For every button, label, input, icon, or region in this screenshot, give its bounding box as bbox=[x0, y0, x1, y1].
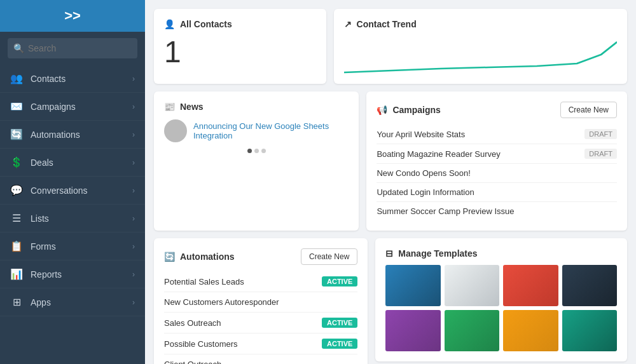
sidebar-item-conversations[interactable]: 💬 Conversations › bbox=[0, 177, 145, 205]
campaigns-title: 📢 Campaigns bbox=[377, 105, 440, 115]
contacts-count: 1 bbox=[164, 34, 316, 69]
campaigns-card: 📢 Campaigns Create New Your April Websit… bbox=[366, 91, 627, 231]
manage-templates-title: ⊟ Manage Templates bbox=[385, 248, 617, 259]
sidebar-item-forms[interactable]: 📋 Forms › bbox=[0, 233, 145, 260]
chevron-right-icon: › bbox=[132, 270, 135, 279]
sidebar-label-contacts: Contacts bbox=[31, 74, 132, 84]
campaign-list: Your April Website Stats DRAFT Boating M… bbox=[377, 125, 617, 220]
automation-name: Sales Outreach bbox=[164, 318, 221, 328]
automations-card: 🔄 Automations Create New Potential Sales… bbox=[154, 238, 368, 364]
bottom-row: 🔄 Automations Create New Potential Sales… bbox=[154, 238, 627, 364]
sidebar-label-reports: Reports bbox=[31, 269, 132, 280]
draft-badge: DRAFT bbox=[584, 129, 617, 139]
news-card: 📰 News Announcing Our New Google Sheets … bbox=[154, 91, 359, 231]
reports-icon: 📊 bbox=[10, 268, 23, 280]
person-icon: 👤 bbox=[164, 19, 175, 29]
active-badge: ACTIVE bbox=[322, 318, 357, 328]
automation-name: Possible Customers bbox=[164, 339, 238, 349]
search-icon: 🔍 bbox=[13, 43, 24, 53]
automations-create-new-button[interactable]: Create New bbox=[301, 248, 357, 265]
chevron-right-icon: › bbox=[132, 158, 135, 167]
template-thumbnail[interactable] bbox=[562, 265, 617, 306]
all-contacts-title: 👤 All Contacts bbox=[164, 19, 316, 29]
template-thumbnail[interactable] bbox=[562, 310, 617, 351]
automation-item: Client Outreach bbox=[164, 354, 357, 364]
conversations-icon: 💬 bbox=[10, 184, 23, 196]
template-thumbnail[interactable] bbox=[385, 310, 440, 351]
logo-icon: >> bbox=[64, 8, 81, 24]
active-badge: ACTIVE bbox=[322, 276, 357, 286]
template-thumbnail[interactable] bbox=[503, 310, 558, 351]
trend-icon: ↗ bbox=[344, 19, 352, 29]
automation-list: Potential Sales Leads ACTIVE New Custome… bbox=[164, 271, 357, 364]
dot-1[interactable] bbox=[247, 149, 252, 153]
megaphone-icon: 📢 bbox=[377, 105, 387, 115]
campaigns-header: 📢 Campaigns Create New bbox=[377, 102, 617, 118]
automations-header: 🔄 Automations Create New bbox=[164, 248, 357, 265]
right-column: ⊟ Manage Templates 👥 bbox=[375, 238, 627, 364]
campaign-name: Your April Website Stats bbox=[377, 130, 465, 139]
mid-row: 📰 News Announcing Our New Google Sheets … bbox=[154, 91, 627, 231]
sidebar-label-campaigns: Campaigns bbox=[31, 102, 132, 112]
campaign-item: New Condo Opens Soon! bbox=[377, 164, 617, 183]
all-contacts-card: 👤 All Contacts 1 bbox=[154, 9, 326, 84]
campaign-item: Your April Website Stats DRAFT bbox=[377, 125, 617, 144]
chevron-right-icon: › bbox=[132, 242, 135, 251]
sidebar-item-deals[interactable]: 💲 Deals › bbox=[0, 149, 145, 177]
automations-icon: 🔄 bbox=[10, 128, 23, 140]
sidebar-item-campaigns[interactable]: ✉️ Campaigns › bbox=[0, 93, 145, 121]
sidebar-item-apps[interactable]: ⊞ Apps › bbox=[0, 288, 145, 316]
sidebar-search-wrapper: 🔍 bbox=[0, 32, 145, 65]
template-thumbnail[interactable] bbox=[385, 265, 440, 306]
automation-name: Potential Sales Leads bbox=[164, 277, 244, 286]
apps-icon: ⊞ bbox=[10, 296, 23, 308]
sidebar-item-reports[interactable]: 📊 Reports › bbox=[0, 260, 145, 288]
sidebar-item-lists[interactable]: ☰ Lists › bbox=[0, 205, 145, 233]
news-title: 📰 News bbox=[164, 102, 349, 112]
chevron-right-icon: › bbox=[132, 102, 135, 111]
dot-2[interactable] bbox=[254, 149, 259, 153]
campaign-name: Boating Magazine Reader Survey bbox=[377, 149, 500, 159]
campaign-item: Summer Soccer Camp Preview Issue bbox=[377, 202, 617, 220]
automation-name: New Customers Autoresponder bbox=[164, 297, 279, 307]
template-thumbnail[interactable] bbox=[445, 265, 499, 306]
news-icon: 📰 bbox=[164, 102, 175, 112]
chevron-right-icon: › bbox=[132, 186, 135, 195]
sidebar-label-lists: Lists bbox=[31, 213, 132, 224]
sidebar-item-contacts[interactable]: 👥 Contacts › bbox=[0, 65, 145, 93]
template-thumbnail[interactable] bbox=[445, 310, 499, 351]
contact-trend-card: ↗ Contact Trend bbox=[334, 9, 627, 84]
automation-name: Client Outreach bbox=[164, 360, 221, 364]
template-thumbnail[interactable] bbox=[503, 265, 558, 306]
top-row: 👤 All Contacts 1 ↗ Contact Trend bbox=[154, 9, 627, 84]
news-avatar bbox=[164, 119, 187, 142]
draft-badge: DRAFT bbox=[584, 149, 617, 159]
chevron-right-icon: › bbox=[132, 214, 135, 223]
sidebar-label-conversations: Conversations bbox=[31, 185, 132, 196]
dot-3[interactable] bbox=[261, 149, 266, 153]
sidebar-label-deals: Deals bbox=[31, 158, 132, 168]
templates-grid bbox=[385, 265, 617, 351]
search-input[interactable] bbox=[8, 38, 137, 58]
sidebar-item-automations[interactable]: 🔄 Automations › bbox=[0, 121, 145, 149]
campaign-item: Updated Login Information bbox=[377, 183, 617, 202]
campaigns-create-new-button[interactable]: Create New bbox=[560, 102, 617, 118]
refresh-icon: 🔄 bbox=[164, 252, 175, 262]
chevron-right-icon: › bbox=[132, 74, 135, 83]
sidebar-logo[interactable]: >> bbox=[0, 0, 145, 32]
manage-templates-card: ⊟ Manage Templates bbox=[375, 238, 627, 361]
automation-item: New Customers Autoresponder bbox=[164, 292, 357, 313]
sidebar-label-forms: Forms bbox=[31, 241, 132, 252]
automations-title: 🔄 Automations bbox=[164, 252, 235, 262]
sidebar-label-automations: Automations bbox=[31, 130, 132, 140]
news-pagination-dots bbox=[164, 149, 349, 153]
lists-icon: ☰ bbox=[10, 212, 23, 224]
sidebar-label-apps: Apps bbox=[31, 297, 132, 307]
main-content: 👤 All Contacts 1 ↗ Contact Trend 📰 News bbox=[145, 0, 636, 364]
sidebar-nav: 👥 Contacts › ✉️ Campaigns › 🔄 Automation… bbox=[0, 65, 145, 364]
news-body: Announcing Our New Google Sheets Integra… bbox=[164, 119, 349, 142]
automation-item: Sales Outreach ACTIVE bbox=[164, 313, 357, 334]
news-article-link[interactable]: Announcing Our New Google Sheets Integra… bbox=[193, 121, 349, 140]
campaign-name: Summer Soccer Camp Preview Issue bbox=[377, 206, 514, 216]
active-badge: ACTIVE bbox=[322, 339, 357, 349]
